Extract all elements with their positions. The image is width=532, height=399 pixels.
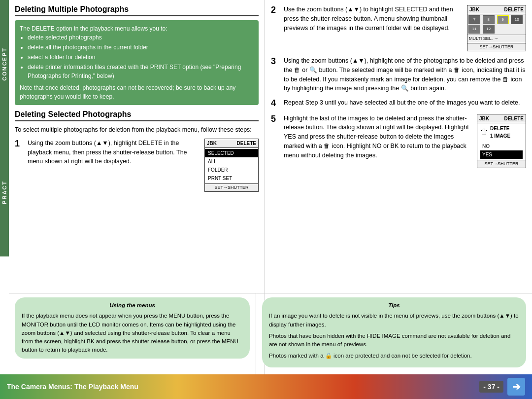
menu1-footer: SET→SHUTTER	[205, 183, 258, 192]
menu1: JBK DELETE SELECTED ALL FOLDER PRNT SET …	[204, 139, 259, 192]
menu3-middle: DELETE1 IMAGE	[490, 125, 510, 140]
menu3-body: NO YES	[477, 141, 526, 160]
menu2: JBK DELETE 7 8 9 10 11 12 MULTI SEL.	[467, 5, 526, 51]
menu1-header-left: JBK	[207, 140, 217, 147]
step2: 2 Use the zoom buttons (▲▼) to highlight…	[271, 5, 526, 51]
thumb-10: 10	[511, 15, 523, 24]
pract-label: PRACT	[0, 128, 9, 256]
tips-box: Tips If an image you want to delete is n…	[262, 297, 526, 367]
thumb-9: 9	[497, 15, 509, 24]
step1-text: Using the zoom buttons (▲▼), highlight D…	[28, 139, 197, 166]
step2-content: Use the zoom buttons (▲▼) to highlight S…	[284, 5, 526, 51]
step4-num: 4	[271, 98, 282, 109]
concept-note: Note that once deleted, photographs can …	[20, 83, 254, 101]
list-item: delete printer information files created…	[28, 63, 254, 80]
step5-num: 5	[271, 114, 282, 125]
tips-para3: Photos marked with a 🔒 icon are protecte…	[269, 352, 519, 360]
note-text: If the playback menu does not appear whe…	[22, 312, 243, 354]
list-item: delete selected photographs	[28, 33, 254, 42]
menu3: JBK DELETE 🗑 DELETE1 IMAGE NO YES SET→SH…	[477, 114, 526, 169]
step1-content: Using the zoom buttons (▲▼), highlight D…	[28, 139, 259, 192]
step5-text: Highlight the last of the images to be d…	[284, 114, 473, 160]
thumb-8: 8	[483, 15, 495, 24]
thumb-11: 11	[468, 25, 480, 34]
step5-content: Highlight the last of the images to be d…	[284, 114, 526, 169]
menu3-header-right: DELETE	[504, 115, 524, 122]
menu2-footer: MULTI SEL. →	[467, 35, 526, 43]
menu3-footer: SET→SHUTTER	[477, 160, 526, 168]
list-item: select a folder for deletion	[28, 53, 254, 62]
step5-text-menu: Highlight the last of the images to be d…	[284, 114, 526, 169]
thumb-grid: 7 8 9 10 11 12	[467, 14, 526, 35]
thumb-12: 12	[483, 25, 495, 34]
bottom-right: Tips If an image you want to delete is n…	[256, 293, 532, 374]
bottom-section: Using the menus If the playback menu doe…	[9, 293, 532, 374]
concept-label: CONCEPT	[0, 0, 9, 128]
menu2-header-right: DELETE	[504, 6, 524, 13]
menu1-item4: PRNT SET	[205, 174, 258, 182]
footer-bar: The Camera Menus: The Playback Menu - 37…	[0, 374, 532, 399]
menu3-icon-row: 🗑 DELETE1 IMAGE	[477, 123, 526, 141]
step4-content: Repeat Step 3 until you have selected al…	[284, 98, 526, 108]
footer-right: - 37 - ➔	[479, 378, 525, 396]
step2-text-menu: Use the zoom buttons (▲▼) to highlight S…	[284, 5, 526, 51]
menu1-item2: ALL	[205, 157, 258, 166]
section1-title: Deleting Multiple Photographs	[15, 5, 259, 16]
footer-text: The Camera Menus: The Playback Menu	[7, 383, 138, 391]
step1: 1 Using the zoom buttons (▲▼), highlight…	[15, 139, 259, 192]
menu3-yes: YES	[480, 150, 523, 159]
concept-intro: The DELETE option in the playback menu a…	[20, 24, 254, 33]
concept-box: The DELETE option in the playback menu a…	[15, 20, 259, 105]
step3-content: Using the zoom buttons (▲▼), highlight o…	[284, 56, 526, 93]
step3: 3 Using the zoom buttons (▲▼), highlight…	[271, 56, 526, 93]
menu1-header-right: DELETE	[237, 140, 256, 147]
tips-para2: Photos that have been hidden with the HI…	[269, 332, 519, 349]
next-arrow[interactable]: ➔	[507, 378, 525, 396]
menu3-header-left: JBK	[479, 115, 489, 122]
step2-num: 2	[271, 5, 282, 16]
bottom-left: Using the menus If the playback menu doe…	[9, 293, 256, 374]
menu1-header: JBK DELETE	[205, 139, 258, 148]
concept-list: delete selected photographs delete all t…	[28, 33, 254, 80]
page-number: - 37 -	[479, 381, 503, 393]
section2-title: Deleting Selected Photographs	[15, 110, 259, 121]
step3-num: 3	[271, 56, 282, 67]
menu1-item1: SELECTED	[205, 149, 258, 157]
note-title: Using the menus	[22, 301, 243, 310]
menu2-footer2: SET→SHUTTER	[467, 43, 526, 51]
menu3-no: NO	[480, 142, 523, 150]
menu1-item3: FOLDER	[205, 166, 258, 174]
tips-para1: If an image you want to delete is not vi…	[269, 312, 519, 329]
step3-text: Using the zoom buttons (▲▼), highlight o…	[284, 56, 526, 93]
intro-para: To select multiple photographs for delet…	[15, 125, 259, 135]
step5: 5 Highlight the last of the images to be…	[271, 114, 526, 169]
menu3-header: JBK DELETE	[477, 114, 526, 123]
step4-text: Repeat Step 3 until you have selected al…	[284, 98, 526, 108]
thumb-7: 7	[468, 15, 480, 24]
menu2-header-left: JBK	[469, 6, 479, 13]
menu1-body: SELECTED ALL FOLDER PRNT SET	[205, 148, 258, 183]
trash-icon: 🗑	[480, 126, 488, 138]
menu2-header: JBK DELETE	[467, 5, 526, 14]
step1-text-menu: Using the zoom buttons (▲▼), highlight D…	[28, 139, 259, 192]
menu2-footer-left: MULTI SEL. →	[469, 36, 499, 42]
step1-num: 1	[15, 139, 26, 149]
step4: 4 Repeat Step 3 until you have selected …	[271, 98, 526, 109]
step2-text: Use the zoom buttons (▲▼) to highlight S…	[284, 5, 463, 33]
note-box: Using the menus If the playback menu doe…	[15, 297, 250, 359]
tips-title: Tips	[269, 301, 519, 310]
list-item: delete all the photographs in the curren…	[28, 43, 254, 52]
